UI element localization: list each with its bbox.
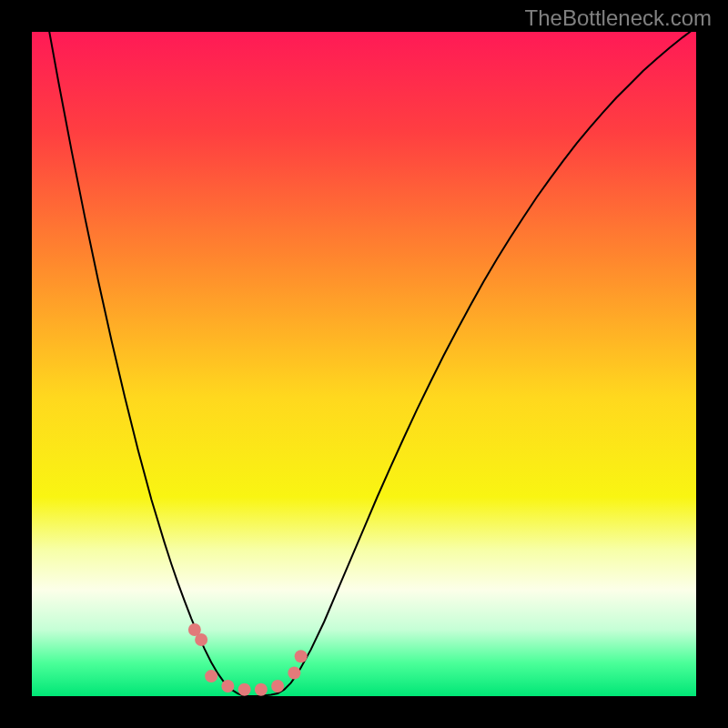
gradient-background xyxy=(32,32,696,696)
marker-dot xyxy=(195,633,207,646)
chart-frame: TheBottleneck.com xyxy=(0,0,728,728)
marker-dot xyxy=(255,683,268,696)
marker-dot xyxy=(295,650,308,662)
marker-dot xyxy=(271,680,284,693)
watermark-text: TheBottleneck.com xyxy=(525,5,712,31)
marker-dot xyxy=(205,670,217,682)
marker-dot xyxy=(288,666,300,679)
marker-dot xyxy=(221,680,234,693)
chart-plot xyxy=(32,32,696,696)
marker-dot xyxy=(238,683,251,696)
